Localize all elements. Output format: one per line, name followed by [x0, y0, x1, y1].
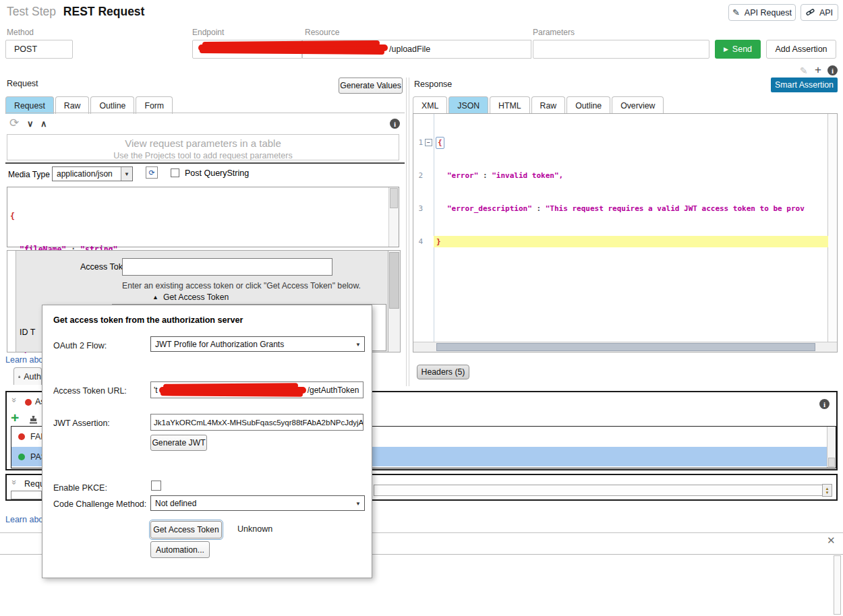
generate-jwt-label: Generate JWT — [152, 438, 205, 448]
tab-overview[interactable]: Overview — [612, 96, 664, 114]
scrollbar-thumb[interactable] — [436, 343, 815, 351]
code-sep: : — [532, 204, 546, 213]
panel-splitter[interactable] — [406, 78, 407, 386]
method-field[interactable]: POST — [5, 40, 73, 59]
tab-xml[interactable]: XML — [413, 96, 447, 114]
scrollbar-thumb[interactable] — [390, 188, 398, 208]
access-token-input[interactable] — [122, 258, 332, 276]
pencil-square-icon: ✎ — [732, 7, 740, 18]
oauth-flow-combo[interactable]: JWT Profile for Authorization Grants ▼ — [150, 336, 365, 352]
access-token-url-label: Access Token URL: — [53, 386, 127, 396]
refresh-icon[interactable]: ⟳ — [9, 116, 19, 130]
tab-outline-label: Outline — [575, 101, 602, 111]
chevron-up-icon[interactable]: ∧ — [40, 119, 47, 129]
enable-pkce-checkbox[interactable] — [151, 481, 161, 491]
close-icon[interactable]: ✕ — [827, 534, 836, 547]
drawer-scrollbar[interactable] — [834, 555, 841, 615]
tab-outline-label: Outline — [99, 101, 125, 111]
request-panel-title: Request — [7, 79, 38, 88]
tab-raw[interactable]: Raw — [531, 96, 566, 114]
recreate-content-icon[interactable]: ⟳ — [146, 166, 158, 179]
request-body-scrollbar[interactable] — [388, 187, 399, 247]
post-querystring-checkbox[interactable] — [171, 168, 179, 177]
tab-request[interactable]: Request — [5, 96, 54, 114]
get-access-token-dialog: Get access token from the authorization … — [42, 305, 372, 578]
tabs-underline — [5, 113, 405, 113]
assertions-scrollbar[interactable] — [827, 427, 836, 468]
add-assertion-button-label: Add Assertion — [775, 44, 827, 54]
line-number: 1 — [413, 137, 423, 148]
code-challenge-combo[interactable]: Not defined ▼ — [150, 495, 365, 511]
tab-json[interactable]: JSON — [448, 96, 488, 114]
code-value: "This request requires a valid JWT acces… — [546, 204, 805, 213]
media-type-combo[interactable]: application/json ▼ — [52, 166, 133, 181]
fail-dot-icon — [18, 433, 25, 440]
spinner-control[interactable]: ▴ ▾ — [822, 484, 832, 497]
tab-form[interactable]: Form — [136, 96, 173, 114]
headers-button[interactable]: Headers (5) — [417, 365, 469, 379]
endpoint-redaction-scribble — [198, 44, 388, 51]
edit-disabled-icon[interactable]: ✎ — [800, 65, 808, 76]
tab-html-label: HTML — [498, 101, 521, 111]
send-button[interactable]: ▶ Send — [715, 40, 761, 59]
jwt-assertion-input[interactable]: Jk1aYkORCmL4MxX-MHSubFqasc5yqr88tFAbA2bN… — [150, 414, 364, 431]
scrollbar-thumb[interactable] — [828, 458, 835, 467]
response-editor[interactable]: 1 − { 2 "error" : "invalid token", 3 "er… — [413, 113, 838, 352]
tab-outline[interactable]: Outline — [90, 96, 134, 114]
auth-tab[interactable]: Auth — [13, 367, 42, 385]
get-access-token-button-label: Get Access Token — [153, 525, 219, 534]
code-key: "error_description" — [447, 204, 532, 213]
automation-button[interactable]: Automation... — [150, 541, 210, 558]
tab-html[interactable]: HTML — [490, 96, 529, 114]
request-body-editor[interactable]: { "fileName" : "string", "fileData" : "s… — [7, 187, 399, 247]
tab-json-label: JSON — [457, 101, 479, 111]
pass-dot-icon — [18, 454, 25, 460]
tab-form-label: Form — [144, 101, 164, 111]
response-hscrollbar[interactable] — [413, 342, 837, 352]
code-brace: { — [10, 211, 15, 222]
learn-about-link[interactable]: Learn abo — [5, 355, 42, 365]
collapse-chevron-icon[interactable]: » — [9, 398, 20, 402]
resource-label: Resource — [305, 28, 339, 37]
scrollbar-thumb[interactable] — [389, 252, 399, 309]
add-assertion-icon[interactable]: + — [11, 410, 19, 426]
auth-tab-label: Auth — [24, 372, 41, 381]
add-icon[interactable]: + — [815, 63, 821, 77]
tab-raw[interactable]: Raw — [55, 96, 90, 114]
collapse-chevron-icon[interactable]: » — [9, 480, 20, 485]
jwt-assertion-value: Jk1aYkORCmL4MxX-MHSubFqasc5yqr88tFAbA2bN… — [154, 419, 364, 427]
panel-splitter-line — [409, 78, 409, 386]
parameters-field[interactable] — [533, 40, 709, 59]
chevron-down-icon[interactable]: ∨ — [27, 119, 34, 129]
generate-values-label: Generate Values — [340, 81, 401, 90]
generate-jwt-button[interactable]: Generate JWT — [150, 435, 207, 451]
response-vscrollbar[interactable] — [827, 114, 837, 342]
tab-outline[interactable]: Outline — [566, 96, 610, 114]
parameters-label: Parameters — [533, 28, 575, 37]
get-access-token-button[interactable]: Get Access Token — [150, 521, 222, 538]
line-number: 3 — [413, 204, 423, 214]
code-comma: , — [559, 171, 564, 180]
api-button[interactable]: API — [801, 4, 838, 21]
stamp-icon[interactable] — [28, 414, 38, 425]
access-panel-scrollbar[interactable] — [388, 251, 400, 352]
get-access-token-toggle[interactable]: ▲ Get Access Token — [152, 292, 229, 302]
request-log-field[interactable] — [11, 491, 42, 499]
learn-about-link-2[interactable]: Learn abo — [5, 515, 42, 524]
info-icon-request[interactable]: i — [390, 119, 400, 129]
id-token-label: ID T — [20, 328, 35, 337]
smart-assertion-button[interactable]: Smart Assertion — [771, 78, 838, 92]
access-token-url-input[interactable]: 't /getAuthToken — [150, 381, 364, 398]
placeholder-title: View request parameters in a table — [7, 137, 399, 149]
info-icon-assertions[interactable]: i — [819, 399, 830, 409]
method-label: Method — [7, 28, 34, 37]
response-code-line: 2 "error" : "invalid token", — [413, 170, 828, 181]
add-assertion-button[interactable]: Add Assertion — [766, 40, 836, 59]
response-code-line: 3 "error_description" : "This request re… — [413, 203, 828, 214]
info-icon-top[interactable]: i — [827, 65, 838, 75]
generate-values-button[interactable]: Generate Values — [339, 78, 403, 94]
api-request-button[interactable]: ✎ API Request — [728, 4, 796, 21]
request-log-bar[interactable] — [374, 485, 823, 496]
fold-icon[interactable]: − — [425, 139, 432, 146]
line-number: 4 — [413, 237, 423, 247]
